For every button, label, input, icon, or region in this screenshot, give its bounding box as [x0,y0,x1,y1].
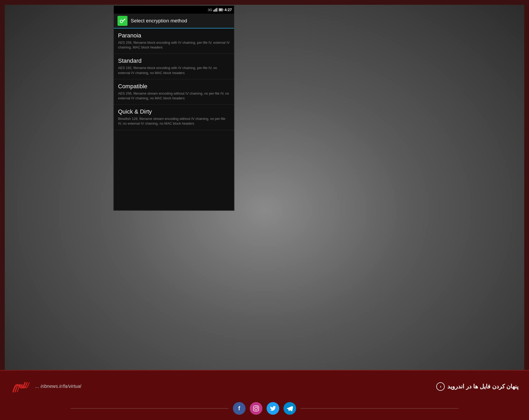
key-icon-wrapper [117,16,128,26]
title-bar: Select encryption method [114,14,234,28]
persian-title-text: پنهان کردن فایل ها در اندروید [447,383,518,390]
svg-point-13 [257,407,258,407]
social-divider-left [71,408,229,409]
option-standard-title: Standard [118,57,230,64]
logo-section: ... iribnews.ir/fa/virtual [11,379,81,394]
irib-url: ... iribnews.ir/fa/virtual [35,384,81,389]
option-paranoia-title: Paranoia [118,32,230,39]
svg-rect-0 [213,10,214,12]
bottom-bar: ... iribnews.ir/fa/virtual پنهان کردن فا… [0,370,529,420]
clock: 4:27 [224,8,232,12]
svg-rect-5 [223,9,223,11]
back-circle-icon[interactable]: ‹ [436,382,445,391]
svg-rect-11 [253,406,259,411]
option-compatible-title: Compatible [118,83,230,90]
svg-line-8 [123,19,125,21]
facebook-icon[interactable]: f [233,402,246,415]
signal-bars-icon [213,8,218,12]
battery-icon [219,8,223,12]
option-quick-dirty-title: Quick & Dirty [118,108,230,115]
option-compatible[interactable]: Compatible AES 256, filename stream enco… [114,79,234,105]
persian-title: پنهان کردن فایل ها در اندروید ‹ [436,382,518,391]
status-bar: 3G 4:27 [114,6,234,14]
svg-rect-6 [219,9,222,11]
social-divider-right [300,408,458,409]
option-quick-dirty-desc: Blowfish 128, filename stream encoding w… [118,116,230,126]
social-icons-row: f [0,402,529,415]
svg-line-10 [124,20,125,20]
telegram-icon[interactable] [283,402,296,415]
svg-rect-3 [217,8,217,12]
svg-point-7 [120,20,123,23]
instagram-icon[interactable] [250,402,262,415]
frame-border [0,0,529,420]
svg-rect-2 [215,8,216,12]
screen-title: Select encryption method [131,18,187,24]
option-quick-dirty[interactable]: Quick & Dirty Blowfish 128, filename str… [114,105,234,130]
option-standard-desc: AES 192, filename block encoding with IV… [118,66,230,75]
twitter-icon[interactable] [267,402,279,415]
irib-logo-icon [11,379,32,394]
bottom-bar-content: ... iribnews.ir/fa/virtual پنهان کردن فا… [0,371,529,402]
phone-screen: 3G 4:27 Select encryption method [113,5,234,211]
key-icon [119,18,126,24]
options-list: Paranoia AES 256, filename block encodin… [114,28,234,130]
svg-line-9 [125,19,125,20]
svg-rect-1 [214,9,215,12]
signal-indicator: 3G [208,8,212,12]
option-paranoia[interactable]: Paranoia AES 256, filename block encodin… [114,28,234,54]
option-compatible-desc: AES 256, filename stream encoding withou… [118,91,230,101]
option-paranoia-desc: AES 256, filename block encoding with IV… [118,40,230,50]
svg-point-12 [255,407,257,410]
option-standard[interactable]: Standard AES 192, filename block encodin… [114,54,234,79]
